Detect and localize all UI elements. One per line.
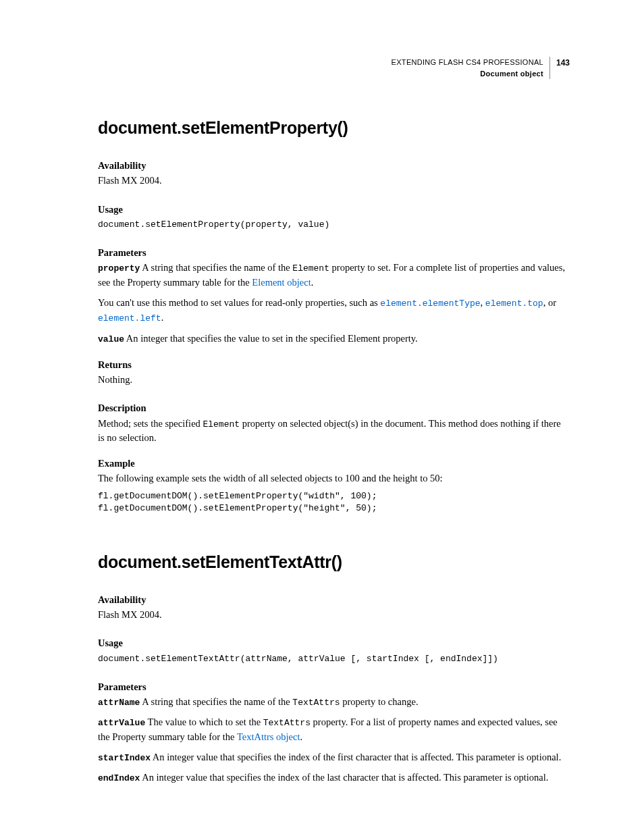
header-text-block: EXTENDING FLASH CS4 PROFESSIONAL Documen… xyxy=(392,57,550,79)
availability-label: Availability xyxy=(98,159,570,172)
description-text-a: Method; sets the specified xyxy=(98,418,203,429)
method-title: document.setElementProperty() xyxy=(98,116,570,140)
textattrs-object-link[interactable]: TextAttrs object xyxy=(237,731,300,742)
param-value-name: value xyxy=(98,334,124,344)
example-text: The following example sets the width of … xyxy=(98,471,570,485)
param-value-text: An integer that specifies the value to s… xyxy=(124,333,418,344)
page-number: 143 xyxy=(550,57,570,69)
method-title-2: document.setElementTextAttr() xyxy=(98,550,570,574)
param-value-para: value An integer that specifies the valu… xyxy=(98,332,570,346)
param-property-name: property xyxy=(98,263,140,273)
param-endindex: endIndex xyxy=(98,773,140,783)
p1-text-b: property to change. xyxy=(340,696,419,707)
readonly-sep1: , xyxy=(481,297,485,308)
usage-label: Usage xyxy=(98,203,570,216)
usage-label-2: Usage xyxy=(98,636,570,650)
param-attrname: attrName xyxy=(98,698,140,708)
availability-text-2: Flash MX 2004. xyxy=(98,608,570,621)
availability-text: Flash MX 2004. xyxy=(98,174,570,187)
element-left-link[interactable]: element.left xyxy=(98,313,161,323)
readonly-note-para: You can't use this method to set values … xyxy=(98,296,570,325)
p3-text: An integer value that specifies the inde… xyxy=(151,752,561,762)
description-label: Description xyxy=(98,401,570,415)
param-startindex-para: startIndex An integer value that specifi… xyxy=(98,750,570,764)
p1-text-a: A string that specifies the name of the xyxy=(140,696,292,707)
parameters-label-2: Parameters xyxy=(98,680,570,694)
element-object-link[interactable]: Element object xyxy=(252,277,311,288)
usage-code-2: document.setElementTextAttr(attrName, at… xyxy=(98,653,570,665)
param-startindex: startIndex xyxy=(98,753,151,763)
param-attrname-para: attrName A string that specifies the nam… xyxy=(98,695,570,709)
example-code: fl.getDocumentDOM().setElementProperty("… xyxy=(98,490,570,515)
p4-text: An integer value that specifies the inde… xyxy=(140,772,548,783)
param-attrvalue-para: attrValue The value to which to set the … xyxy=(98,715,570,744)
p2-text-c: . xyxy=(300,731,303,742)
element-top-link[interactable]: element.top xyxy=(485,298,543,309)
example-label: Example xyxy=(98,457,570,470)
usage-code: document.setElementProperty(property, va… xyxy=(98,219,570,231)
param-property-text-c: . xyxy=(311,277,314,288)
description-para: Method; sets the specified Element prope… xyxy=(98,417,570,445)
header-chapter-title: Document object xyxy=(392,68,543,80)
method-set-element-text-attr: document.setElementTextAttr() Availabili… xyxy=(98,550,570,785)
readonly-text-c: . xyxy=(161,312,164,323)
element-elementtype-link[interactable]: element.elementType xyxy=(380,298,480,309)
param-endindex-para: endIndex An integer value that specifies… xyxy=(98,771,570,785)
header-book-title: EXTENDING FLASH CS4 PROFESSIONAL xyxy=(392,57,543,68)
page-header: EXTENDING FLASH CS4 PROFESSIONAL Documen… xyxy=(98,57,570,79)
param-attrvalue: attrValue xyxy=(98,718,145,728)
param-property-text-a: A string that specifies the name of the xyxy=(140,262,292,273)
returns-label: Returns xyxy=(98,358,570,371)
description-code: Element xyxy=(203,419,240,429)
readonly-sep2: , or xyxy=(543,297,556,308)
availability-label-2: Availability xyxy=(98,593,570,606)
p2-code: TextAttrs xyxy=(263,718,311,728)
method-set-element-property: document.setElementProperty() Availabili… xyxy=(98,116,570,515)
returns-text: Nothing. xyxy=(98,373,570,386)
p1-code: TextAttrs xyxy=(292,698,340,708)
param-property-para: property A string that specifies the nam… xyxy=(98,261,570,289)
readonly-text-a: You can't use this method to set values … xyxy=(98,297,380,308)
parameters-label: Parameters xyxy=(98,246,570,259)
param-property-code: Element xyxy=(292,263,329,273)
p2-text-a: The value to which to set the xyxy=(145,716,263,727)
